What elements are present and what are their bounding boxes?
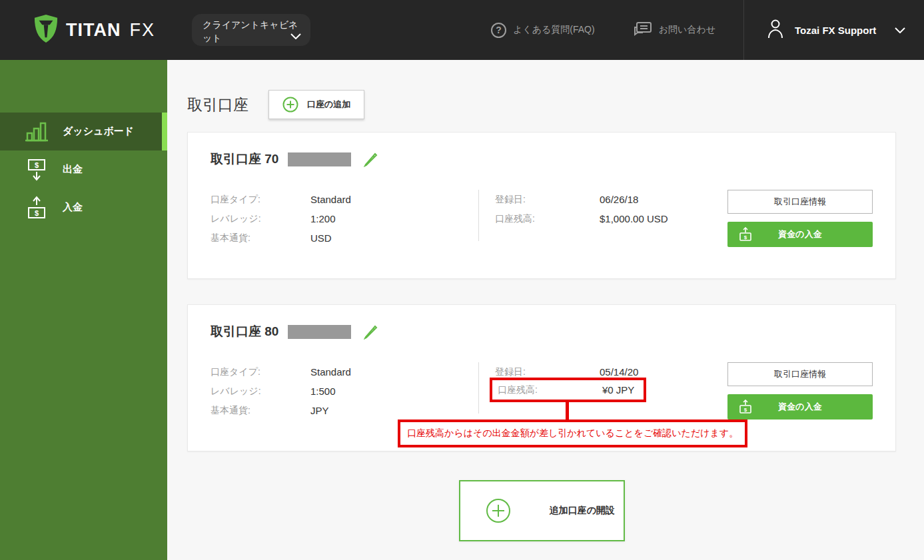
summary-row: 口座残高: $1,000.00 USD bbox=[495, 209, 682, 228]
detail-row: 口座タイプ: Standard bbox=[211, 190, 478, 209]
summary-label: 口座残高: bbox=[498, 384, 602, 396]
edit-pencil-icon[interactable] bbox=[363, 152, 378, 167]
summary-label: 口座残高: bbox=[495, 213, 600, 225]
svg-text:$: $ bbox=[744, 407, 747, 413]
masked-account-number bbox=[288, 152, 351, 166]
detail-value: JPY bbox=[310, 405, 329, 416]
detail-value: Standard bbox=[310, 194, 351, 205]
top-header: TITAN FX クライアントキャビネット ? よくある質問(FAQ) お問い合… bbox=[0, 0, 924, 60]
open-additional-account-label: 追加口座の開設 bbox=[550, 505, 615, 517]
contact-link[interactable]: お問い合わせ bbox=[634, 21, 715, 39]
withdraw-icon: $ bbox=[24, 158, 49, 182]
deposit-box-icon: $ bbox=[739, 227, 752, 242]
contact-label: お問い合わせ bbox=[659, 24, 715, 36]
deposit-icon: $ bbox=[24, 196, 49, 220]
annotation-connector-line bbox=[566, 402, 569, 420]
main-content: 取引口座 口座の追加 取引口座 70 口座タイプ: bbox=[167, 60, 924, 560]
masked-account-number bbox=[288, 325, 351, 339]
bar-chart-icon bbox=[24, 121, 49, 143]
summary-row: 登録日: 06/26/18 bbox=[495, 190, 682, 209]
summary-value: ¥0 JPY bbox=[602, 384, 634, 396]
client-cabinet-label: クライアントキャビネット bbox=[203, 19, 298, 43]
account-title: 取引口座 70 bbox=[211, 150, 278, 168]
detail-value: 1:500 bbox=[310, 386, 336, 397]
user-name: Tozai FX Support bbox=[795, 25, 884, 36]
brand-logo[interactable]: TITAN FX bbox=[33, 14, 155, 46]
svg-text:$: $ bbox=[35, 160, 39, 168]
person-icon bbox=[767, 19, 784, 41]
detail-label: 口座タイプ: bbox=[211, 366, 310, 378]
question-circle-icon: ? bbox=[491, 23, 506, 38]
account-card-2: 取引口座 80 口座タイプ: Standard レバレッジ: 1:500 bbox=[187, 304, 896, 451]
detail-label: 口座タイプ: bbox=[211, 194, 310, 206]
user-menu[interactable]: Tozai FX Support bbox=[744, 19, 924, 41]
edit-pencil-icon[interactable] bbox=[363, 324, 378, 340]
svg-text:$: $ bbox=[35, 208, 39, 216]
annotation-callout: 口座残高からはその出金金額が差し引かれていることをご確認いただけます。 bbox=[398, 420, 747, 447]
detail-label: 基本通貨: bbox=[211, 232, 310, 244]
detail-value: USD bbox=[310, 232, 332, 244]
chevron-down-icon bbox=[895, 27, 905, 33]
page-title: 取引口座 bbox=[187, 95, 248, 115]
deposit-funds-label: 資金の入金 bbox=[778, 402, 821, 412]
faq-link[interactable]: ? よくある質問(FAQ) bbox=[491, 23, 595, 38]
brand-suffix: FX bbox=[129, 20, 155, 41]
client-cabinet-dropdown[interactable]: クライアントキャビネット bbox=[192, 14, 310, 46]
detail-row: レバレッジ: 1:500 bbox=[211, 382, 478, 401]
shield-icon bbox=[33, 14, 59, 46]
summary-value: $1,000.00 USD bbox=[600, 213, 668, 224]
summary-value: 05/14/20 bbox=[600, 366, 638, 378]
balance-row-highlighted: 口座残高: ¥0 JPY bbox=[490, 378, 646, 402]
summary-value: 06/26/18 bbox=[600, 194, 638, 205]
svg-text:$: $ bbox=[744, 234, 747, 240]
summary-label: 登録日: bbox=[495, 366, 600, 378]
open-additional-account-button[interactable]: 追加口座の開設 bbox=[459, 480, 625, 541]
deposit-funds-button[interactable]: $ 資金の入金 bbox=[727, 222, 873, 247]
detail-value: 1:200 bbox=[310, 213, 336, 224]
plus-circle-icon bbox=[282, 97, 298, 113]
sidebar-item-label: 入金 bbox=[63, 201, 83, 214]
faq-label: よくある質問(FAQ) bbox=[513, 24, 595, 36]
sidebar-item-dashboard[interactable]: ダッシュボード bbox=[0, 113, 167, 150]
summary-label: 登録日: bbox=[495, 194, 600, 206]
brand-name: TITAN bbox=[66, 20, 121, 41]
account-info-button[interactable]: 取引口座情報 bbox=[727, 190, 873, 214]
detail-row: レバレッジ: 1:200 bbox=[211, 209, 478, 228]
add-account-label: 口座の追加 bbox=[307, 99, 350, 111]
detail-row: 基本通貨: JPY bbox=[211, 401, 478, 420]
deposit-funds-label: 資金の入金 bbox=[778, 229, 821, 239]
deposit-box-icon: $ bbox=[739, 400, 752, 414]
sidebar-item-withdrawal[interactable]: $ 出金 bbox=[0, 150, 167, 188]
detail-label: レバレッジ: bbox=[211, 386, 310, 398]
chat-icon bbox=[634, 21, 652, 39]
sidebar: ダッシュボード $ 出金 $ 入金 bbox=[0, 60, 167, 560]
detail-label: 基本通貨: bbox=[211, 405, 310, 417]
account-title: 取引口座 80 bbox=[211, 323, 278, 340]
sidebar-item-label: 出金 bbox=[63, 163, 83, 176]
detail-label: レバレッジ: bbox=[211, 213, 310, 225]
card-divider bbox=[478, 362, 479, 414]
card-divider bbox=[478, 190, 479, 241]
detail-row: 口座タイプ: Standard bbox=[211, 362, 478, 382]
deposit-funds-button[interactable]: $ 資金の入金 bbox=[727, 394, 873, 420]
plus-circle-icon bbox=[486, 498, 511, 523]
add-account-button[interactable]: 口座の追加 bbox=[268, 90, 364, 119]
sidebar-item-deposit[interactable]: $ 入金 bbox=[0, 188, 167, 226]
detail-value: Standard bbox=[310, 366, 351, 378]
detail-row: 基本通貨: USD bbox=[211, 228, 478, 248]
chevron-down-icon bbox=[290, 33, 301, 39]
account-info-button[interactable]: 取引口座情報 bbox=[727, 362, 873, 386]
account-card-1: 取引口座 70 口座タイプ: Standard レバレッジ: 1:200 bbox=[187, 132, 896, 279]
sidebar-item-label: ダッシュボード bbox=[63, 125, 134, 138]
